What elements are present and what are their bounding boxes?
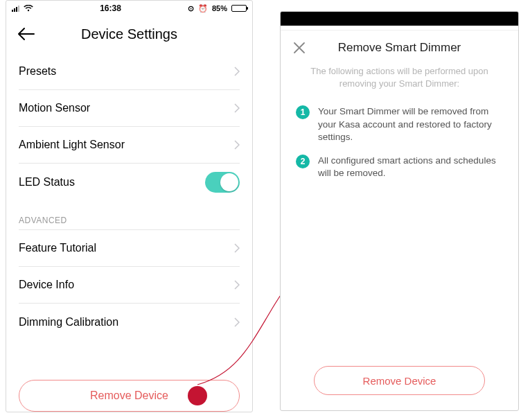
modal-title: Remove Smart Dimmer: [338, 41, 461, 55]
modal-info-text: All configured smart actions and schedul…: [318, 155, 503, 180]
status-time: 16:38: [100, 3, 121, 13]
remove-device-label: Remove Device: [90, 390, 168, 402]
row-presets[interactable]: Presets: [19, 53, 240, 90]
step-number-badge: 2: [296, 155, 310, 168]
header: Device Settings: [6, 15, 252, 53]
status-bar-obscured: [281, 12, 518, 26]
page-title: Device Settings: [81, 26, 177, 42]
row-label: Dimming Calibration: [19, 316, 118, 329]
orientation-lock-icon: ⊙: [188, 4, 194, 13]
cellular-signal-icon: [12, 5, 19, 12]
remove-dimmer-modal-screen: Remove Smart Dimmer The following action…: [280, 11, 519, 411]
device-settings-screen: 16:38 ⊙ ⏰ 85% Device Settings Presets Mo…: [6, 0, 253, 412]
row-dimming-calibration[interactable]: Dimming Calibration: [19, 304, 240, 340]
row-ambient-light[interactable]: Ambient Light Sensor: [19, 127, 240, 164]
row-label: LED Status: [19, 176, 75, 189]
confirm-remove-label: Remove Device: [363, 375, 436, 387]
touch-indicator-icon: [188, 386, 207, 405]
row-led-status[interactable]: LED Status: [19, 164, 240, 200]
remove-dimmer-sheet: Remove Smart Dimmer The following action…: [281, 30, 518, 410]
battery-icon: [231, 5, 247, 12]
chevron-right-icon: [234, 243, 240, 253]
wifi-icon: [24, 5, 33, 12]
row-label: Ambient Light Sensor: [19, 139, 125, 151]
modal-info-item: 2 All configured smart actions and sched…: [293, 149, 506, 185]
row-feature-tutorial[interactable]: Feature Tutorial: [19, 230, 240, 267]
status-bar: 16:38 ⊙ ⏰ 85%: [6, 1, 252, 15]
row-motion-sensor[interactable]: Motion Sensor: [19, 90, 240, 127]
remove-device-wrap: Remove Device: [6, 366, 252, 412]
row-label: Presets: [19, 65, 56, 78]
section-header-advanced: ADVANCED: [19, 200, 240, 230]
chevron-right-icon: [234, 67, 240, 76]
led-status-toggle[interactable]: [205, 172, 240, 193]
row-device-info[interactable]: Device Info: [19, 267, 240, 304]
chevron-right-icon: [234, 317, 240, 327]
battery-percent: 85%: [212, 4, 227, 12]
row-label: Motion Sensor: [19, 102, 90, 114]
chevron-right-icon: [234, 103, 240, 113]
settings-list: Presets Motion Sensor Ambient Light Sens…: [6, 53, 252, 340]
step-number-badge: 1: [296, 105, 310, 119]
alarm-icon: ⏰: [198, 4, 208, 13]
row-label: Device Info: [19, 279, 74, 291]
modal-subtitle: The following actions will be performed …: [293, 65, 506, 100]
modal-info-text: Your Smart Dimmer will be removed from y…: [318, 105, 503, 143]
confirm-remove-button[interactable]: Remove Device: [314, 366, 485, 395]
close-icon[interactable]: [293, 42, 306, 54]
chevron-right-icon: [234, 140, 240, 150]
chevron-right-icon: [234, 280, 240, 290]
back-arrow-icon[interactable]: [17, 27, 35, 41]
modal-info-item: 1 Your Smart Dimmer will be removed from…: [293, 100, 506, 149]
row-label: Feature Tutorial: [19, 242, 96, 254]
